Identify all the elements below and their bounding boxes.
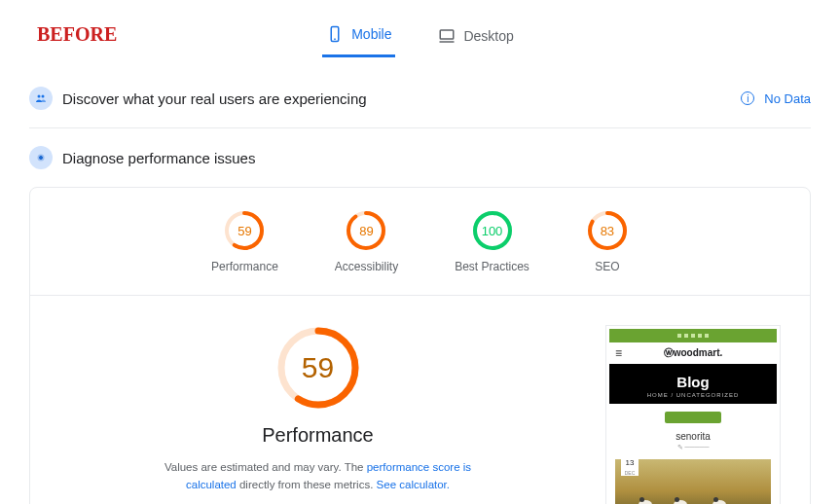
svg-point-7 [38, 155, 45, 162]
preview-button [665, 412, 721, 423]
preview-brand: ⓦwoodmart. [609, 342, 777, 364]
gauge-seo-score: 83 [586, 209, 629, 252]
no-data-link[interactable]: i No Data [741, 91, 811, 106]
tab-mobile[interactable]: Mobile [322, 19, 395, 57]
gauge-performance-label: Performance [211, 260, 278, 273]
gauge-performance[interactable]: 59 Performance [211, 209, 278, 273]
diagnose-title: Diagnose performance issues [62, 150, 811, 166]
preview-post-meta: ✎ ───── [609, 444, 777, 451]
tab-mobile-label: Mobile [351, 26, 391, 42]
gauge-best-score: 100 [471, 209, 514, 252]
performance-note: Values are estimated and may vary. The p… [143, 458, 493, 494]
preview-socialbar [609, 329, 777, 342]
svg-point-5 [42, 95, 45, 98]
big-gauge: 59 [275, 325, 361, 411]
discover-section: Discover what your real users are experi… [29, 69, 811, 127]
pulse-icon [29, 146, 53, 169]
preview-blog-title: Blog [609, 374, 777, 390]
gauge-performance-score: 59 [223, 209, 266, 252]
performance-detail: 59 Performance Values are estimated and … [59, 325, 576, 504]
preview-post-title: senorita [609, 431, 777, 442]
gauges-row: 59 Performance 89 Accessibility 100 Best… [30, 205, 810, 295]
detail-row: 59 Performance Values are estimated and … [30, 295, 810, 504]
gauge-seo[interactable]: 83 SEO [586, 209, 629, 273]
performance-title: Performance [262, 424, 374, 447]
tab-desktop-label: Desktop [463, 28, 513, 44]
big-gauge-score: 59 [275, 325, 361, 411]
device-tabs: Mobile Desktop [29, 0, 811, 69]
mobile-icon [326, 25, 344, 43]
preview-date-badge: 13DEC [621, 459, 639, 476]
see-calculator-link[interactable]: See calculator. [377, 479, 450, 490]
desktop-icon [438, 27, 456, 45]
scores-card: 59 Performance 89 Accessibility 100 Best… [29, 187, 811, 504]
preview-breadcrumb: HOME / UNCATEGORIZED [609, 392, 777, 398]
gauge-best-label: Best Practices [455, 260, 530, 273]
before-annotation: BEFORE [37, 23, 117, 46]
gauge-accessibility[interactable]: 89 Accessibility [335, 209, 398, 273]
gauge-best-ring: 100 [471, 209, 514, 252]
users-icon [29, 87, 53, 110]
page-preview: ⓦwoodmart. Blog HOME / UNCATEGORIZED sen… [605, 325, 781, 504]
preview-post-image: 13DEC [615, 459, 771, 504]
discover-title: Discover what your real users are experi… [62, 90, 731, 107]
tab-desktop[interactable]: Desktop [434, 19, 517, 57]
gauge-accessibility-ring: 89 [345, 209, 387, 252]
gauge-accessibility-score: 89 [345, 209, 387, 252]
diagnose-section: Diagnose performance issues [29, 128, 811, 187]
gauge-seo-label: SEO [595, 260, 619, 273]
info-icon: i [741, 91, 754, 105]
gauge-best-practices[interactable]: 100 Best Practices [455, 209, 530, 273]
no-data-label: No Data [764, 91, 811, 106]
gauge-seo-ring: 83 [586, 209, 629, 252]
svg-point-4 [38, 95, 41, 98]
page-root: Mobile Desktop Discover what your real u… [0, 0, 840, 504]
svg-rect-2 [441, 30, 455, 39]
gauge-accessibility-label: Accessibility [335, 260, 398, 273]
preview-hero: Blog HOME / UNCATEGORIZED [609, 364, 777, 404]
gauge-performance-ring: 59 [223, 209, 266, 252]
